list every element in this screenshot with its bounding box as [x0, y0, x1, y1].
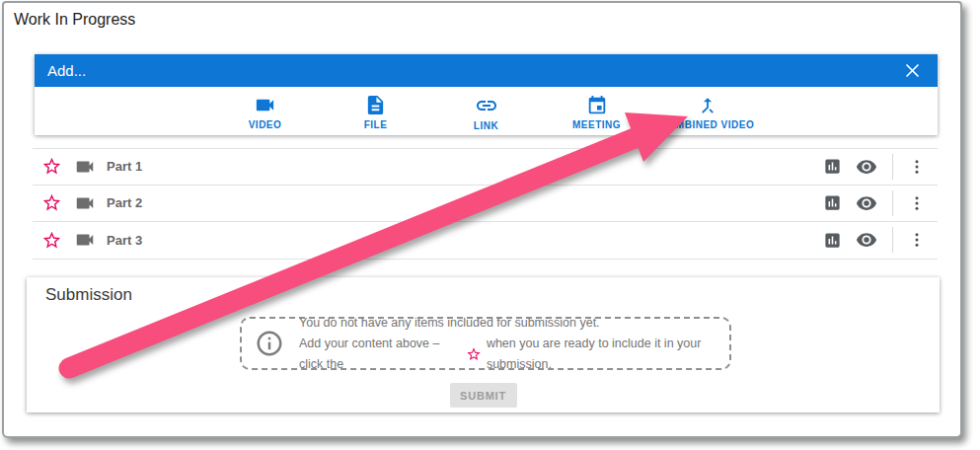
add-toolbar: VIDEO FILE LINK MEETING — [35, 87, 938, 135]
include-star-icon[interactable] — [40, 192, 62, 214]
empty-submission-line1: You do not have any items included for s… — [299, 313, 729, 334]
more-options-icon[interactable] — [906, 229, 928, 251]
work-in-progress-window: Work In Progress Add... VIDEO FILE — [2, 1, 962, 438]
more-options-icon[interactable] — [906, 156, 928, 178]
visibility-icon[interactable] — [856, 192, 877, 214]
add-panel-header: Add... — [35, 54, 938, 87]
tool-label: VIDEO — [249, 119, 282, 130]
item-title: Part 1 — [107, 159, 142, 174]
info-icon — [255, 329, 284, 358]
table-row: Part 1 — [33, 148, 938, 186]
tool-label: LINK — [474, 120, 498, 131]
tool-label: FILE — [364, 119, 388, 130]
videocam-icon — [74, 156, 96, 178]
divider — [892, 190, 893, 216]
submission-section: Submission You do not have any items inc… — [27, 277, 940, 412]
merge-icon — [697, 95, 718, 116]
visibility-icon[interactable] — [856, 229, 877, 251]
table-row: Part 3 — [33, 222, 938, 260]
videocam-icon — [254, 94, 276, 116]
tool-label: COMBINED VIDEO — [660, 119, 754, 130]
insert-chart-icon[interactable] — [821, 156, 843, 178]
insert-chart-icon[interactable] — [821, 192, 843, 214]
add-link-button[interactable]: LINK — [431, 92, 542, 131]
item-title: Part 2 — [107, 195, 142, 210]
add-panel-title: Add... — [47, 62, 86, 79]
link-icon — [475, 94, 498, 117]
submission-title: Submission — [45, 285, 132, 305]
work-items-list: Part 1 Part 2 — [33, 148, 938, 260]
include-star-icon[interactable] — [40, 229, 62, 251]
submit-button[interactable]: SUBMIT — [450, 383, 517, 408]
add-file-button[interactable]: FILE — [321, 92, 431, 130]
more-options-icon[interactable] — [906, 192, 928, 214]
star-icon — [466, 346, 482, 362]
include-star-icon[interactable] — [40, 156, 62, 178]
videocam-icon — [74, 192, 96, 214]
add-combined-video-button[interactable]: COMBINED VIDEO — [652, 93, 763, 130]
row-actions — [821, 190, 928, 216]
add-video-button[interactable]: VIDEO — [210, 92, 321, 130]
videocam-icon — [74, 229, 96, 251]
close-icon[interactable] — [902, 61, 922, 81]
row-actions — [821, 227, 928, 253]
row-actions — [821, 154, 928, 180]
file-icon — [364, 94, 387, 116]
divider — [892, 154, 893, 180]
empty-submission-text: You do not have any items included for s… — [299, 313, 729, 375]
page-title: Work In Progress — [14, 11, 135, 29]
add-panel: Add... VIDEO FILE LIN — [35, 54, 938, 135]
divider — [892, 227, 893, 253]
tool-label: MEETING — [572, 119, 621, 130]
item-title: Part 3 — [107, 233, 142, 248]
add-meeting-button[interactable]: MEETING — [542, 93, 652, 130]
calendar-icon — [586, 95, 608, 116]
empty-submission-notice: You do not have any items included for s… — [240, 317, 731, 370]
visibility-icon[interactable] — [856, 156, 877, 178]
insert-chart-icon[interactable] — [821, 229, 843, 251]
table-row: Part 2 — [33, 186, 938, 223]
empty-submission-line2: Add your content above – click the when … — [299, 334, 729, 375]
